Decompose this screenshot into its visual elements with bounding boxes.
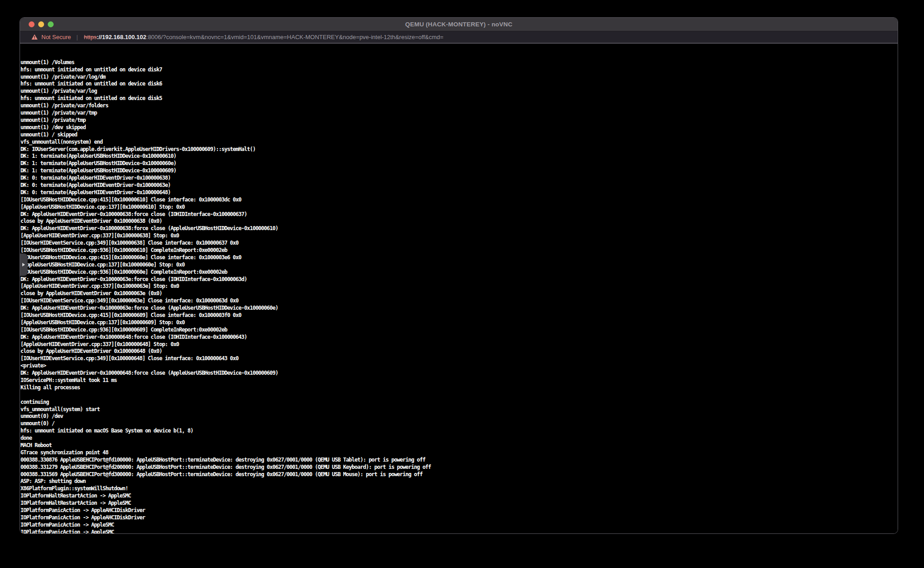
console-line: close by AppleUserHIDEventDriver 0x10000… [20, 290, 898, 297]
security-status-label: Not Secure [41, 34, 71, 40]
right-arrow-icon [22, 263, 25, 266]
console-line: unmount(1) /dev skipped [20, 124, 898, 131]
console-line: IOServicePH::systemHalt took 11 ms [20, 377, 898, 384]
window-titlebar[interactable]: QEMU (HACK-MONTEREY) - noVNC [20, 18, 898, 31]
console-line: DK: AppleUserHIDEventDriver-0x10000063e:… [20, 276, 898, 283]
window-title: QEMU (HACK-MONTEREY) - noVNC [20, 21, 898, 28]
console-line: [AppleUserHIDEventDriver.cpp:337][0x1000… [20, 283, 898, 290]
console-line: DK: AppleUserHIDEventDriver-0x100000638:… [20, 211, 898, 218]
console-line: IOPlatformPanicAction -> AppleSMC [20, 529, 898, 533]
console-line: IOPlatformHaltRestartAction -> AppleSMC [20, 493, 898, 500]
console-line: ASP: ASP: shutting down [20, 478, 898, 485]
console-line: unmount(1) /private/var/tmp [20, 110, 898, 117]
console-line: unmount(1) / skipped [20, 131, 898, 139]
url-scheme: https [84, 34, 96, 40]
console-line: [IOUserHIDEventService.cpp:349][0x100000… [20, 240, 898, 247]
vnc-console-screen[interactable]: unmount(1) /Volumeshfs: unmount initiate… [20, 44, 898, 533]
console-line: unmount(1) /private/tmp [20, 117, 898, 124]
console-line: vfs_unmountall(system) start [20, 406, 898, 413]
console-line: [IOUserUSBHostHIDDevice.cpp:936][0x10000… [20, 327, 898, 334]
console-line: 000388.331279 AppleUSBEHCIPort@fd200000:… [20, 464, 898, 471]
console-line: unmount(1) /private/var/log [20, 88, 898, 95]
console-line: DK: 1: terminate(AppleUserUSBHostHIDDevi… [20, 167, 898, 175]
console-line: unmount(1) /private/var/folders [20, 102, 898, 110]
console-line: close by AppleUserHIDEventDriver 0x10000… [20, 218, 898, 225]
console-line: DK: 1: terminate(AppleUserUSBHostHIDDevi… [20, 160, 898, 167]
console-line: [IOUserHIDEventService.cpp:349][0x100000… [20, 355, 898, 362]
address-bar-divider: | [76, 34, 78, 40]
console-line: [AppleUserUSBHostHIDDevice.cpp:137][0x10… [20, 319, 898, 327]
console-line: IOPlatformHaltRestartAction -> AppleSMC [20, 500, 898, 507]
console-line: IOPlatformPanicAction -> AppleAHCIDiskDr… [20, 514, 898, 522]
console-line: DK: 0: terminate(AppleUserHIDEventDriver… [20, 182, 898, 189]
console-line: Killing all processes [20, 384, 898, 392]
console-line: DK: 0: terminate(AppleUserHIDEventDriver… [20, 189, 898, 196]
console-line: unmount(1) /private/var/log/dm [20, 74, 898, 81]
novnc-control-bar-handle[interactable] [20, 253, 28, 276]
console-line: vfs_unmountall(nonsystem) end [20, 139, 898, 146]
console-line: hfs: unmount initiated on untitled on de… [20, 80, 898, 88]
console-line: [IOUserUSBHostHIDDevice.cpp:936][0x10000… [20, 247, 898, 254]
console-line: DK: 0: terminate(AppleUserHIDEventDriver… [20, 175, 898, 182]
console-line: MACH Reboot [20, 442, 898, 449]
console-line: [AppleUserUSBHostHIDDevice.cpp:137][0x10… [20, 261, 898, 269]
console-line: GTrace synchronization point 48 [20, 449, 898, 457]
console-line: 000388.331569 AppleUSBEHCIPort@fd300000:… [20, 471, 898, 478]
console-line: DK: 1: terminate(AppleUserUSBHostHIDDevi… [20, 153, 898, 160]
console-line: unmount(0) / [20, 420, 898, 427]
console-log: unmount(1) /Volumeshfs: unmount initiate… [20, 59, 898, 533]
console-line: [IOUserUSBHostHIDDevice.cpp:415][0x10000… [20, 254, 898, 261]
console-line: DK: AppleUserHIDEventDriver-0x100000638:… [20, 225, 898, 232]
console-line: [AppleUserHIDEventDriver.cpp:337][0x1000… [20, 232, 898, 240]
console-line: continuing [20, 399, 898, 406]
console-line: <private> [20, 362, 898, 370]
console-line: 000388.330876 AppleUSBEHCIPort@fd100000:… [20, 457, 898, 464]
console-line: [IOUserUSBHostHIDDevice.cpp:936][0x10000… [20, 269, 898, 276]
address-bar[interactable]: Not Secure | https://192.168.100.102:800… [20, 31, 898, 44]
browser-window: QEMU (HACK-MONTEREY) - noVNC Not Secure … [20, 17, 898, 534]
console-line: [IOUserUSBHostHIDDevice.cpp:415][0x10000… [20, 196, 898, 204]
console-line: DK: AppleUserHIDEventDriver-0x100000648:… [20, 370, 898, 377]
console-line: [AppleUserHIDEventDriver.cpp:337][0x1000… [20, 341, 898, 348]
console-line: [IOUserUSBHostHIDDevice.cpp:415][0x10000… [20, 312, 898, 319]
console-line: close by AppleUserHIDEventDriver 0x10000… [20, 348, 898, 355]
console-line: DK: AppleUserHIDEventDriver-0x100000648:… [20, 334, 898, 341]
console-line: DK: IOUserServer(com.apple.driverkit.App… [20, 146, 898, 153]
warning-triangle-icon [31, 34, 38, 40]
console-line: IOPlatformPanicAction -> AppleSMC [20, 522, 898, 529]
console-line: [AppleUserUSBHostHIDDevice.cpp:137][0x10… [20, 204, 898, 211]
console-line: unmount(1) /Volumes [20, 59, 898, 66]
url-host: ://192.168.100.102 [97, 34, 146, 40]
console-line: [IOUserHIDEventService.cpp:349][0x100000… [20, 297, 898, 305]
console-line: X86PlatformPlugin::systemWillShutdown! [20, 485, 898, 493]
console-line: unmount(0) /dev [20, 413, 898, 420]
console-line: hfs: unmount initiated on untitled on de… [20, 95, 898, 102]
console-line: hfs: unmount initiated on macOS Base Sys… [20, 427, 898, 435]
url-path-query: :8006/?console=kvm&novnc=1&vmid=101&vmna… [146, 34, 443, 40]
console-line: IOPlatformPanicAction -> AppleAHCIDiskDr… [20, 507, 898, 514]
console-line [20, 392, 898, 399]
console-line: DK: AppleUserHIDEventDriver-0x10000063e:… [20, 305, 898, 312]
console-line: hfs: unmount initiated on untitled on de… [20, 66, 898, 74]
console-line: done [20, 435, 898, 442]
